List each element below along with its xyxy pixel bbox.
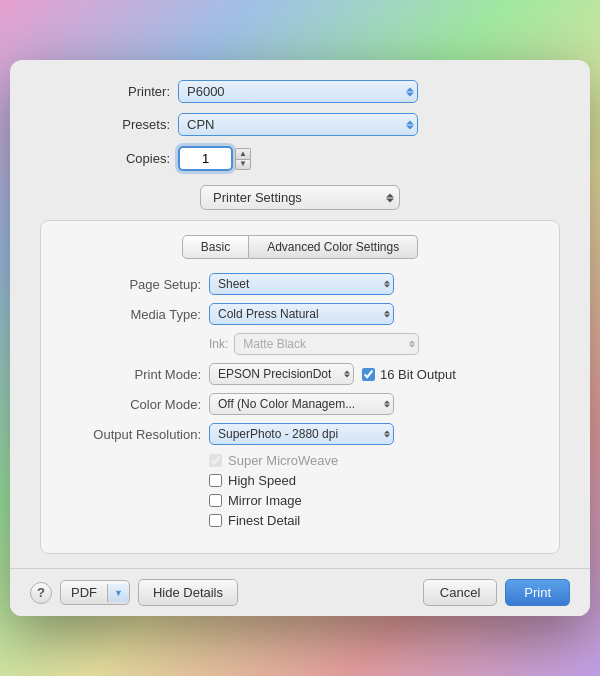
tab-advanced[interactable]: Advanced Color Settings: [249, 235, 418, 259]
print-mode-select-wrapper: EPSON PrecisionDot: [209, 363, 354, 385]
color-mode-select[interactable]: Off (No Color Managem...: [209, 393, 394, 415]
printer-row: Printer: P6000: [40, 80, 560, 103]
mirror-image-label: Mirror Image: [228, 493, 302, 508]
printer-settings-row: Printer Settings: [40, 185, 560, 210]
print-mode-select[interactable]: EPSON PrecisionDot: [209, 363, 354, 385]
ink-row: Ink: Matte Black: [61, 333, 539, 355]
help-button[interactable]: ?: [30, 582, 52, 604]
ink-label: Ink:: [209, 337, 228, 351]
ink-select-wrapper: Matte Black: [234, 333, 419, 355]
copies-input-wrapper: ▲ ▼: [178, 146, 251, 171]
printer-select[interactable]: P6000: [178, 80, 418, 103]
media-type-select-wrapper: Cold Press Natural: [209, 303, 394, 325]
tabs-row: Basic Advanced Color Settings: [61, 235, 539, 259]
16bit-label: 16 Bit Output: [380, 367, 456, 382]
finest-detail-row: Finest Detail: [209, 513, 539, 528]
color-mode-label: Color Mode:: [61, 397, 201, 412]
color-mode-row: Color Mode: Off (No Color Managem...: [61, 393, 539, 415]
high-speed-label: High Speed: [228, 473, 296, 488]
mirror-image-row: Mirror Image: [209, 493, 539, 508]
dialog-footer: ? PDF ▼ Hide Details Cancel Print: [10, 569, 590, 616]
presets-row: Presets: CPN: [40, 113, 560, 136]
presets-select-wrapper: CPN: [178, 113, 418, 136]
page-setup-row: Page Setup: Sheet: [61, 273, 539, 295]
copies-row: Copies: ▲ ▼: [40, 146, 560, 171]
hide-details-button[interactable]: Hide Details: [138, 579, 238, 606]
copies-stepper: ▲ ▼: [235, 148, 251, 170]
copies-increment-button[interactable]: ▲: [235, 148, 251, 159]
media-type-row: Media Type: Cold Press Natural: [61, 303, 539, 325]
printer-label: Printer:: [40, 84, 170, 99]
cancel-button[interactable]: Cancel: [423, 579, 497, 606]
output-resolution-row: Output Resolution: SuperPhoto - 2880 dpi: [61, 423, 539, 445]
output-resolution-select-wrapper: SuperPhoto - 2880 dpi: [209, 423, 394, 445]
page-setup-select[interactable]: Sheet: [209, 273, 394, 295]
output-resolution-select[interactable]: SuperPhoto - 2880 dpi: [209, 423, 394, 445]
media-type-label: Media Type:: [61, 307, 201, 322]
page-setup-select-wrapper: Sheet: [209, 273, 394, 295]
page-setup-label: Page Setup:: [61, 277, 201, 292]
high-speed-checkbox[interactable]: [209, 474, 222, 487]
print-dialog: Printer: P6000 Presets: CPN: [10, 60, 590, 616]
finest-detail-checkbox[interactable]: [209, 514, 222, 527]
high-speed-row: High Speed: [209, 473, 539, 488]
options-section: Super MicroWeave High Speed Mirror Image…: [61, 453, 539, 528]
tab-basic[interactable]: Basic: [182, 235, 249, 259]
16bit-checkbox[interactable]: [362, 368, 375, 381]
pdf-dropdown-button[interactable]: ▼: [107, 584, 129, 602]
ink-select[interactable]: Matte Black: [234, 333, 419, 355]
copies-input[interactable]: [178, 146, 233, 171]
super-micro-weave-checkbox[interactable]: [209, 454, 222, 467]
super-micro-weave-row: Super MicroWeave: [209, 453, 539, 468]
presets-label: Presets:: [40, 117, 170, 132]
pdf-button-group: PDF ▼: [60, 580, 130, 605]
color-mode-select-wrapper: Off (No Color Managem...: [209, 393, 394, 415]
finest-detail-label: Finest Detail: [228, 513, 300, 528]
print-mode-row: Print Mode: EPSON PrecisionDot 16 Bit Ou…: [61, 363, 539, 385]
print-button[interactable]: Print: [505, 579, 570, 606]
pdf-label[interactable]: PDF: [61, 581, 107, 604]
printer-select-wrapper: P6000: [178, 80, 418, 103]
printer-settings-select[interactable]: Printer Settings: [200, 185, 400, 210]
16bit-checkbox-row: 16 Bit Output: [362, 367, 456, 382]
super-micro-weave-label: Super MicroWeave: [228, 453, 338, 468]
presets-select[interactable]: CPN: [178, 113, 418, 136]
print-mode-label: Print Mode:: [61, 367, 201, 382]
copies-label: Copies:: [40, 151, 170, 166]
output-resolution-label: Output Resolution:: [61, 427, 201, 442]
mirror-image-checkbox[interactable]: [209, 494, 222, 507]
inner-panel: Basic Advanced Color Settings Page Setup…: [40, 220, 560, 554]
copies-decrement-button[interactable]: ▼: [235, 159, 251, 170]
printer-settings-select-wrapper: Printer Settings: [200, 185, 400, 210]
media-type-select[interactable]: Cold Press Natural: [209, 303, 394, 325]
